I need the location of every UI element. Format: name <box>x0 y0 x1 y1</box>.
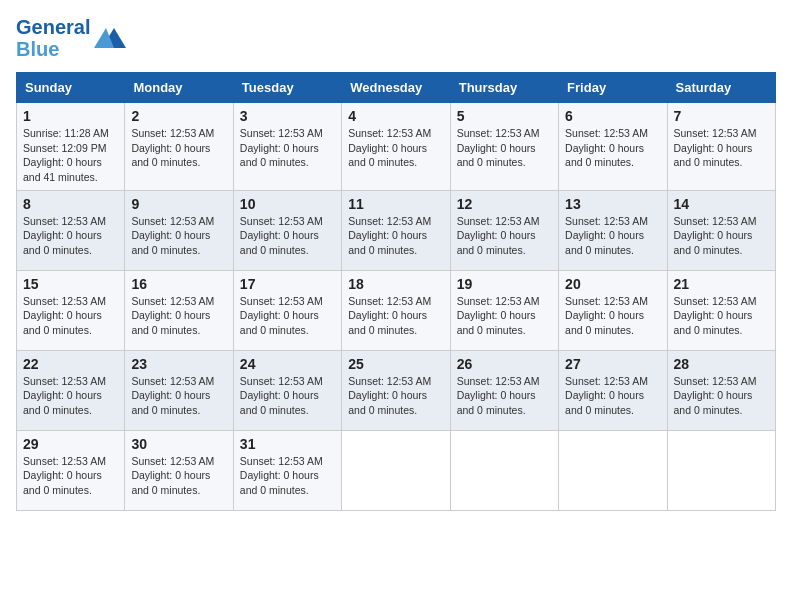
day-info: Sunset: 12:53 AM Daylight: 0 hours and 0… <box>240 126 335 170</box>
calendar-cell: 5Sunset: 12:53 AM Daylight: 0 hours and … <box>450 103 558 191</box>
day-info: Sunset: 12:53 AM Daylight: 0 hours and 0… <box>457 126 552 170</box>
calendar-cell: 10Sunset: 12:53 AM Daylight: 0 hours and… <box>233 190 341 270</box>
day-info: Sunset: 12:53 AM Daylight: 0 hours and 0… <box>131 454 226 498</box>
col-header-monday: Monday <box>125 73 233 103</box>
calendar-cell: 11Sunset: 12:53 AM Daylight: 0 hours and… <box>342 190 450 270</box>
day-number: 5 <box>457 108 552 124</box>
calendar-cell: 21Sunset: 12:53 AM Daylight: 0 hours and… <box>667 270 775 350</box>
calendar-table: SundayMondayTuesdayWednesdayThursdayFrid… <box>16 72 776 511</box>
day-info: Sunset: 12:53 AM Daylight: 0 hours and 0… <box>565 294 660 338</box>
day-info: Sunset: 12:53 AM Daylight: 0 hours and 0… <box>674 214 769 258</box>
calendar-cell: 9Sunset: 12:53 AM Daylight: 0 hours and … <box>125 190 233 270</box>
col-header-saturday: Saturday <box>667 73 775 103</box>
day-info: Sunset: 12:53 AM Daylight: 0 hours and 0… <box>348 374 443 418</box>
calendar-cell: 13Sunset: 12:53 AM Daylight: 0 hours and… <box>559 190 667 270</box>
day-number: 9 <box>131 196 226 212</box>
day-number: 31 <box>240 436 335 452</box>
day-info: Sunset: 12:53 AM Daylight: 0 hours and 0… <box>23 374 118 418</box>
day-number: 14 <box>674 196 769 212</box>
day-info: Sunset: 12:53 AM Daylight: 0 hours and 0… <box>457 294 552 338</box>
week-row-4: 22Sunset: 12:53 AM Daylight: 0 hours and… <box>17 350 776 430</box>
calendar-cell: 2Sunset: 12:53 AM Daylight: 0 hours and … <box>125 103 233 191</box>
day-number: 18 <box>348 276 443 292</box>
day-number: 12 <box>457 196 552 212</box>
day-info: Sunset: 12:53 AM Daylight: 0 hours and 0… <box>674 126 769 170</box>
day-info: Sunset: 12:53 AM Daylight: 0 hours and 0… <box>457 214 552 258</box>
week-row-3: 15Sunset: 12:53 AM Daylight: 0 hours and… <box>17 270 776 350</box>
week-row-1: 1Sunrise: 11:28 AM Sunset: 12:09 PM Dayl… <box>17 103 776 191</box>
day-number: 24 <box>240 356 335 372</box>
logo-text: GeneralBlue <box>16 16 90 60</box>
day-info: Sunset: 12:53 AM Daylight: 0 hours and 0… <box>565 214 660 258</box>
calendar-cell: 14Sunset: 12:53 AM Daylight: 0 hours and… <box>667 190 775 270</box>
day-number: 17 <box>240 276 335 292</box>
week-row-5: 29Sunset: 12:53 AM Daylight: 0 hours and… <box>17 430 776 510</box>
calendar-cell: 1Sunrise: 11:28 AM Sunset: 12:09 PM Dayl… <box>17 103 125 191</box>
day-number: 21 <box>674 276 769 292</box>
calendar-cell: 15Sunset: 12:53 AM Daylight: 0 hours and… <box>17 270 125 350</box>
day-info: Sunset: 12:53 AM Daylight: 0 hours and 0… <box>348 294 443 338</box>
calendar-cell: 24Sunset: 12:53 AM Daylight: 0 hours and… <box>233 350 341 430</box>
calendar-cell: 7Sunset: 12:53 AM Daylight: 0 hours and … <box>667 103 775 191</box>
calendar-cell: 27Sunset: 12:53 AM Daylight: 0 hours and… <box>559 350 667 430</box>
calendar-cell: 18Sunset: 12:53 AM Daylight: 0 hours and… <box>342 270 450 350</box>
header-row: SundayMondayTuesdayWednesdayThursdayFrid… <box>17 73 776 103</box>
day-info: Sunset: 12:53 AM Daylight: 0 hours and 0… <box>240 214 335 258</box>
day-number: 11 <box>348 196 443 212</box>
day-number: 30 <box>131 436 226 452</box>
day-info: Sunset: 12:53 AM Daylight: 0 hours and 0… <box>240 454 335 498</box>
day-info: Sunset: 12:53 AM Daylight: 0 hours and 0… <box>348 214 443 258</box>
day-info: Sunset: 12:53 AM Daylight: 0 hours and 0… <box>23 294 118 338</box>
col-header-friday: Friday <box>559 73 667 103</box>
logo-icon <box>94 24 126 52</box>
day-number: 22 <box>23 356 118 372</box>
col-header-tuesday: Tuesday <box>233 73 341 103</box>
day-info: Sunset: 12:53 AM Daylight: 0 hours and 0… <box>131 126 226 170</box>
day-number: 28 <box>674 356 769 372</box>
day-number: 26 <box>457 356 552 372</box>
day-number: 20 <box>565 276 660 292</box>
day-info: Sunset: 12:53 AM Daylight: 0 hours and 0… <box>348 126 443 170</box>
calendar-cell: 17Sunset: 12:53 AM Daylight: 0 hours and… <box>233 270 341 350</box>
calendar-cell: 23Sunset: 12:53 AM Daylight: 0 hours and… <box>125 350 233 430</box>
day-info: Sunset: 12:53 AM Daylight: 0 hours and 0… <box>674 294 769 338</box>
calendar-cell <box>342 430 450 510</box>
calendar-cell: 4Sunset: 12:53 AM Daylight: 0 hours and … <box>342 103 450 191</box>
col-header-sunday: Sunday <box>17 73 125 103</box>
day-info: Sunset: 12:53 AM Daylight: 0 hours and 0… <box>131 214 226 258</box>
logo: GeneralBlue <box>16 16 126 60</box>
calendar-cell: 25Sunset: 12:53 AM Daylight: 0 hours and… <box>342 350 450 430</box>
col-header-wednesday: Wednesday <box>342 73 450 103</box>
day-number: 23 <box>131 356 226 372</box>
calendar-cell: 8Sunset: 12:53 AM Daylight: 0 hours and … <box>17 190 125 270</box>
day-info: Sunset: 12:53 AM Daylight: 0 hours and 0… <box>23 454 118 498</box>
calendar-cell: 16Sunset: 12:53 AM Daylight: 0 hours and… <box>125 270 233 350</box>
day-info: Sunset: 12:53 AM Daylight: 0 hours and 0… <box>565 374 660 418</box>
calendar-cell: 19Sunset: 12:53 AM Daylight: 0 hours and… <box>450 270 558 350</box>
calendar-cell: 3Sunset: 12:53 AM Daylight: 0 hours and … <box>233 103 341 191</box>
day-number: 29 <box>23 436 118 452</box>
day-number: 3 <box>240 108 335 124</box>
calendar-cell: 22Sunset: 12:53 AM Daylight: 0 hours and… <box>17 350 125 430</box>
col-header-thursday: Thursday <box>450 73 558 103</box>
day-number: 6 <box>565 108 660 124</box>
calendar-cell: 20Sunset: 12:53 AM Daylight: 0 hours and… <box>559 270 667 350</box>
day-info: Sunset: 12:53 AM Daylight: 0 hours and 0… <box>23 214 118 258</box>
day-number: 8 <box>23 196 118 212</box>
calendar-cell <box>667 430 775 510</box>
calendar-cell: 31Sunset: 12:53 AM Daylight: 0 hours and… <box>233 430 341 510</box>
day-info: Sunset: 12:53 AM Daylight: 0 hours and 0… <box>240 294 335 338</box>
calendar-cell: 30Sunset: 12:53 AM Daylight: 0 hours and… <box>125 430 233 510</box>
day-number: 1 <box>23 108 118 124</box>
week-row-2: 8Sunset: 12:53 AM Daylight: 0 hours and … <box>17 190 776 270</box>
day-info: Sunset: 12:53 AM Daylight: 0 hours and 0… <box>131 374 226 418</box>
calendar-cell: 28Sunset: 12:53 AM Daylight: 0 hours and… <box>667 350 775 430</box>
day-number: 16 <box>131 276 226 292</box>
day-number: 2 <box>131 108 226 124</box>
day-info: Sunset: 12:53 AM Daylight: 0 hours and 0… <box>131 294 226 338</box>
day-number: 15 <box>23 276 118 292</box>
day-number: 10 <box>240 196 335 212</box>
day-info: Sunrise: 11:28 AM Sunset: 12:09 PM Dayli… <box>23 126 118 185</box>
day-info: Sunset: 12:53 AM Daylight: 0 hours and 0… <box>457 374 552 418</box>
day-number: 4 <box>348 108 443 124</box>
